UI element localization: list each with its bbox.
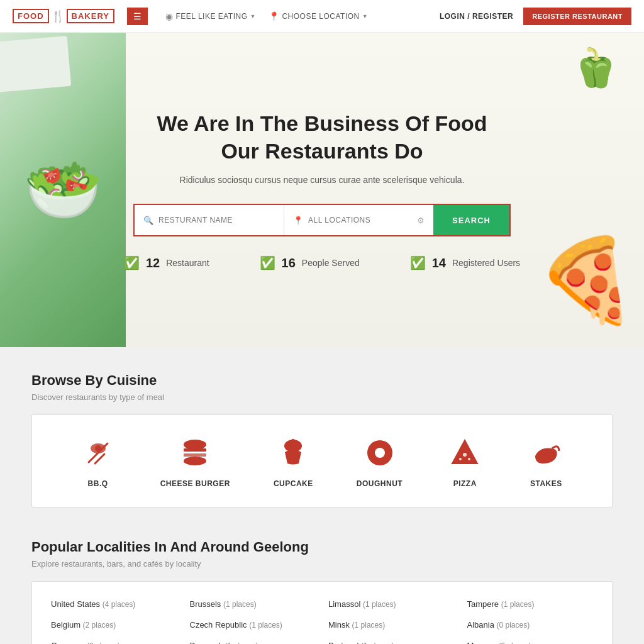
logo-bakery: BAKERY [67,9,114,23]
cuisine-burger-label: CHEESE BURGER [160,479,230,488]
nav-right: LOGIN / REGISTER REGISTER RESTAURANT [440,8,631,25]
stats-bar: ✅ 12 Restaurant ✅ 16 People Served ✅ 14 … [124,255,520,270]
search-bar: 🔍 📍 ⚙ SEARCH [133,204,511,236]
cuisine-stakes[interactable]: STAKES [527,434,565,488]
nav-eat-label: FEEL LIKE EATING [175,12,247,21]
svg-point-14 [382,443,384,446]
hero-content: We Are In The Business Of Food Our Resta… [133,109,511,236]
stat-restaurant-number: 12 [146,256,160,270]
locality-item[interactable]: Minsk (1 places) [328,618,455,632]
cuisine-cupcake-label: CUPCAKE [274,479,313,488]
stat-people-number: 16 [282,256,296,270]
cuisine-doughnut[interactable]: DOUGHNUT [357,434,402,488]
cuisine-doughnut-label: DOUGHNUT [357,479,402,488]
settings-icon[interactable]: ⚙ [417,216,425,225]
hero-subtitle: Ridiculus sociosqu cursus neque cursus c… [133,175,511,185]
browse-cuisine-section: Browse By Cuisine Discover restaurants b… [0,347,644,533]
nav-feel-like-eating[interactable]: ◉ FEEL LIKE EATING ▼ [160,9,261,24]
svg-point-7 [184,457,206,465]
svg-point-17 [468,458,470,460]
cuisine-section-subtitle: Discover restaurants by type of meal [31,392,613,402]
cutlery-icon: 🍴 [51,9,65,23]
cuisine-bbq[interactable]: BB.Q [79,434,117,488]
check-icon-1: ✅ [124,255,140,270]
cuisine-pizza[interactable]: PIZZA [446,434,484,488]
nav-choose-location[interactable]: 📍 CHOOSE LOCATION ▼ [264,9,373,24]
stat-restaurant: ✅ 12 Restaurant [124,255,209,270]
svg-point-3 [95,445,101,452]
nav-links: ◉ FEEL LIKE EATING ▼ 📍 CHOOSE LOCATION ▼ [160,9,440,24]
svg-point-13 [374,444,377,448]
hero-section: We Are In The Business Of Food Our Resta… [0,33,644,347]
hero-title-line1: We Are In The Business Of Food [157,111,487,135]
register-restaurant-button[interactable]: REGISTER RESTAURANT [523,8,631,25]
check-icon-3: ✅ [410,255,426,270]
cuisine-cupcake[interactable]: CUPCAKE [274,434,313,488]
search-button[interactable]: SEARCH [433,205,509,235]
cupcake-icon [274,434,312,472]
bbq-icon [79,434,117,472]
doughnut-icon [361,434,399,472]
localities-section: Popular Localities In And Around Geelong… [0,533,644,644]
cuisine-section-title: Browse By Cuisine [31,372,613,389]
chevron-down-icon: ▼ [250,13,256,19]
search-icon: 🔍 [143,216,153,225]
cuisine-bbq-label: BB.Q [88,479,108,488]
chevron-down-icon-2: ▼ [362,13,368,19]
stat-people: ✅ 16 People Served [260,255,360,270]
stat-restaurant-label: Restaurant [166,258,209,268]
cuisine-grid: BB.Q CHEESE BURGER [57,434,587,488]
localities-subtitle: Explore restaurants, bars, and cafés by … [31,559,613,569]
stat-users-number: 14 [432,256,446,270]
hamburger-icon: ☰ [133,11,142,21]
locality-item[interactable]: Brussels (1 places) [190,597,316,611]
location-search-input[interactable] [308,216,412,225]
location-search-wrap: 📍 ⚙ [284,205,433,235]
login-register-link[interactable]: LOGIN / REGISTER [440,12,513,21]
check-icon-2: ✅ [260,255,275,270]
locality-item[interactable]: United States (4 places) [51,597,177,611]
stakes-icon [527,434,565,472]
svg-rect-5 [184,448,206,452]
location-icon: 📍 [293,216,303,225]
localities-title: Popular Localities In And Around Geelong [31,539,613,555]
locality-item[interactable]: Germany (2 places) [51,638,177,644]
logo-food: FOOD [13,9,49,23]
svg-point-16 [459,458,462,460]
burger-icon [176,434,214,472]
locality-item[interactable]: Monaco (0 places) [467,638,594,644]
svg-point-4 [184,440,206,450]
localities-grid: United States (4 places)Brussels (1 plac… [51,597,593,644]
navbar: FOOD 🍴 BAKERY ☰ ◉ FEEL LIKE EATING ▼ 📍 C… [0,0,644,33]
localities-box: United States (4 places)Brussels (1 plac… [31,581,613,644]
locality-item[interactable]: Denmark (1 places) [190,638,316,644]
hamburger-menu[interactable]: ☰ [127,8,148,25]
hero-title-line2: Our Restaurants Do [221,139,423,163]
cuisine-box: BB.Q CHEESE BURGER [31,414,613,508]
nav-location-label: CHOOSE LOCATION [282,12,359,21]
check-circle-icon: ◉ [165,11,174,21]
logo[interactable]: FOOD 🍴 BAKERY [13,9,114,23]
restaurant-search-wrap: 🔍 [135,205,284,235]
svg-rect-6 [184,453,206,457]
locality-item[interactable]: Albania (0 places) [467,618,594,632]
cuisine-burger[interactable]: CHEESE BURGER [160,434,230,488]
location-pin-icon: 📍 [269,11,280,21]
locality-item[interactable]: Belgium (2 places) [51,618,177,632]
pizza-icon [446,434,484,472]
svg-point-15 [463,453,467,457]
svg-point-12 [375,448,385,458]
locality-item[interactable]: Czech Republic (1 places) [190,618,316,632]
stat-people-label: People Served [302,258,360,268]
stat-users-label: Registered Users [452,258,520,268]
cuisine-pizza-label: PIZZA [453,479,477,488]
locality-item[interactable]: Limassol (1 places) [328,597,455,611]
stat-users: ✅ 14 Registered Users [410,255,520,270]
hero-title: We Are In The Business Of Food Our Resta… [133,109,511,165]
restaurant-search-input[interactable] [158,216,275,225]
locality-item[interactable]: Portugal (1 places) [328,638,455,644]
hero-food-left-image [0,33,126,347]
locality-item[interactable]: Tampere (1 places) [467,597,594,611]
cuisine-stakes-label: STAKES [530,479,562,488]
